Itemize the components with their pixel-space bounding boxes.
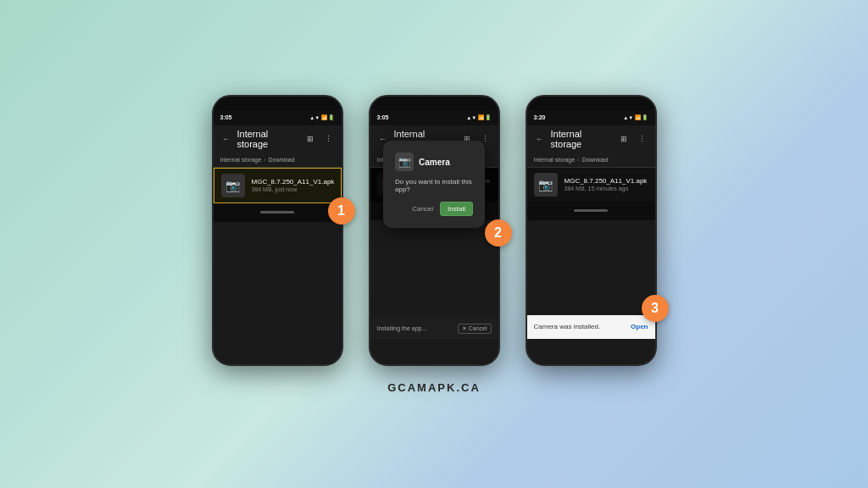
file-info-1: MGC_8.7.250_A11_V1.apk 384 MB, just now [252, 178, 335, 192]
status-bar-3: 3:20 ▲▼ 📶 🔋 [527, 110, 655, 125]
volume-up-2 [498, 156, 500, 177]
dialog-title: Camera [419, 158, 450, 167]
more-options-button-1[interactable]: ⋮ [321, 131, 337, 147]
phone-screen-1: 📷 MGC_8.7.250_A11_V1.apk 384 MB, just no… [214, 168, 342, 203]
open-button-3[interactable]: Open [631, 323, 648, 330]
phone-1: 3:05 ▲▼ 📶 🔋 ← Internal storage ⊞ ⋮ Inter… [212, 95, 343, 366]
volume-up-1 [342, 156, 343, 177]
phones-row: 3:05 ▲▼ 📶 🔋 ← Internal storage ⊞ ⋮ Inter… [212, 95, 657, 374]
cancel-install-button[interactable]: Cancel [412, 205, 433, 213]
phone-bottom-1 [214, 203, 342, 222]
notch-1 [264, 97, 290, 103]
phone-screen-2: 📷 MGC_8.7.250_A11_V1.apk 384 MB, just no… [370, 168, 498, 202]
dialog-app-icon: 📷 [395, 152, 414, 171]
status-time-3: 3:20 [534, 114, 546, 120]
grid-view-button-1[interactable]: ⊞ [303, 131, 318, 147]
power-button-3 [526, 164, 527, 194]
dialog-overlay-2: 📷 Camera Do you want to install this app… [370, 168, 498, 202]
breadcrumb-sep-1: › [264, 157, 265, 163]
file-info-3: MGC_8.7.250_A11_V1.apk 384 MB, 15 minute… [565, 177, 648, 191]
status-icons-1: ▲▼ 📶 🔋 [309, 114, 334, 120]
phone-1-wrapper: 3:05 ▲▼ 📶 🔋 ← Internal storage ⊞ ⋮ Inter… [212, 95, 343, 366]
phone-screen-3: 📷 MGC_8.7.250_A11_V1.apk 384 MB, 15 minu… [527, 168, 655, 202]
install-dialog: 📷 Camera Do you want to install this app… [383, 141, 485, 228]
breadcrumb-root-3[interactable]: Internal storage [534, 157, 576, 163]
app-bar-title-3: Internal storage [551, 129, 613, 149]
status-bar-2: 3:05 ▲▼ 📶 🔋 [370, 110, 498, 125]
power-button-1 [212, 164, 214, 194]
file-more-3[interactable]: ⋮ [654, 179, 656, 191]
file-icon-1: 📷 [221, 174, 245, 197]
breadcrumb-sub-3[interactable]: Download [582, 157, 609, 163]
cancel-progress-button[interactable]: ✕ Cancel [458, 324, 492, 334]
phone-3: 3:20 ▲▼ 📶 🔋 ← Internal storage ⊞ ⋮ Inter… [526, 95, 657, 366]
status-bar-1: 3:05 ▲▼ 📶 🔋 [214, 110, 342, 125]
notch-area-2 [370, 97, 498, 110]
cancel-x-icon: ✕ [462, 325, 467, 332]
step-badge-3: 3 [642, 295, 669, 322]
file-more-1[interactable]: ⋮ [341, 180, 342, 191]
notch-area-1 [214, 97, 342, 110]
cancel-label: Cancel [469, 325, 487, 331]
snackbar-text-3: Camera was installed. [534, 323, 601, 330]
breadcrumb-sub-1[interactable]: Download [269, 157, 295, 163]
site-label: GCAMAPK.CA [387, 381, 481, 394]
status-time-2: 3:05 [377, 114, 389, 120]
file-meta-3: 384 MB, 15 minutes ago [565, 186, 648, 191]
phone-2-wrapper: 3:05 ▲▼ 📶 🔋 ← Internal storage ⊞ ⋮ Inter… [369, 95, 500, 366]
step-badge-1: 1 [328, 197, 355, 225]
volume-up-3 [655, 156, 657, 177]
phone-bottom-3 [527, 202, 655, 220]
step-badge-2: 2 [485, 219, 512, 247]
phone-2: 3:05 ▲▼ 📶 🔋 ← Internal storage ⊞ ⋮ Inter… [369, 95, 500, 366]
install-button[interactable]: Install [440, 202, 473, 216]
snackbar-3: Camera was installed. Open [527, 315, 655, 339]
notch-2 [421, 97, 447, 103]
file-item-1[interactable]: 📷 MGC_8.7.250_A11_V1.apk 384 MB, just no… [214, 168, 342, 203]
file-name-3: MGC_8.7.250_A11_V1.apk [565, 177, 648, 185]
app-bar-3: ← Internal storage ⊞ ⋮ [527, 125, 655, 152]
nav-bar-3 [574, 209, 608, 212]
dialog-header: 📷 Camera [395, 152, 473, 171]
dialog-body: Do you want to install this app? [395, 178, 473, 193]
breadcrumb-1: Internal storage › Download [214, 152, 342, 168]
app-bar-title-1: Internal storage [237, 129, 299, 149]
file-name-1: MGC_8.7.250_A11_V1.apk [252, 178, 335, 186]
file-meta-1: 384 MB, just now [252, 186, 335, 192]
grid-view-button-3[interactable]: ⊞ [616, 131, 632, 147]
back-button-3[interactable]: ← [532, 131, 548, 147]
status-icons-3: ▲▼ 📶 🔋 [623, 114, 648, 120]
app-bar-1: ← Internal storage ⊞ ⋮ [214, 125, 342, 152]
breadcrumb-root-1[interactable]: Internal storage [220, 157, 262, 163]
more-options-button-3[interactable]: ⋮ [635, 131, 650, 147]
progress-text-2: Installing the app... [377, 325, 427, 331]
volume-down-2 [498, 181, 500, 202]
phone-3-wrapper: 3:20 ▲▼ 📶 🔋 ← Internal storage ⊞ ⋮ Inter… [526, 95, 657, 366]
status-time-1: 3:05 [220, 114, 232, 120]
notch-area-3 [527, 97, 655, 110]
status-icons-2: ▲▼ 📶 🔋 [466, 114, 491, 120]
dialog-actions: Cancel Install [395, 202, 473, 216]
breadcrumb-sep-3: › [577, 157, 579, 163]
progress-area-2: Installing the app... ✕ Cancel [370, 319, 498, 339]
file-icon-3: 📷 [534, 173, 558, 197]
breadcrumb-3: Internal storage › Download [527, 152, 655, 168]
file-item-3[interactable]: 📷 MGC_8.7.250_A11_V1.apk 384 MB, 15 minu… [527, 168, 655, 202]
notch-3 [578, 97, 604, 103]
back-button-1[interactable]: ← [219, 131, 234, 147]
volume-down-3 [655, 181, 657, 202]
nav-bar-1 [260, 211, 294, 214]
